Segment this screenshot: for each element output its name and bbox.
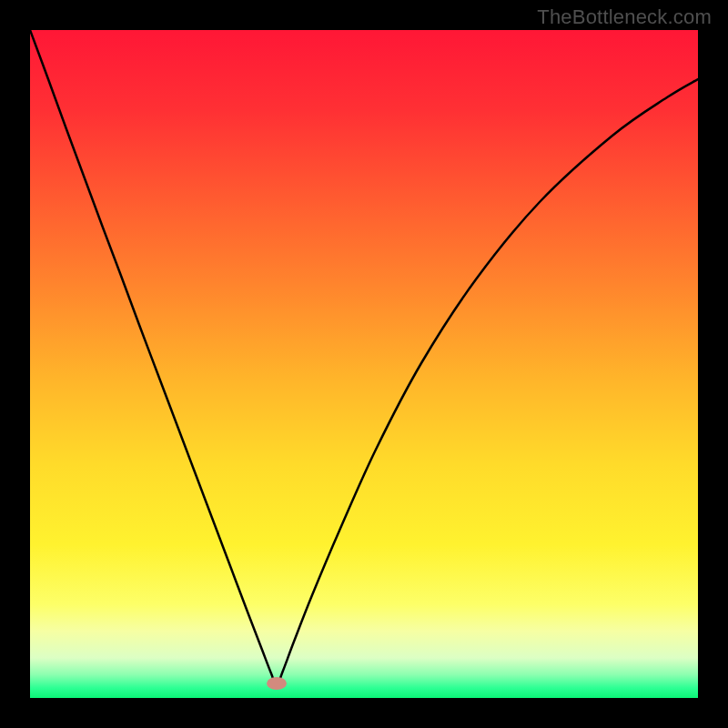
watermark-text: TheBottleneck.com (537, 5, 712, 29)
chart-frame: TheBottleneck.com (0, 0, 728, 728)
chart-curve (30, 30, 698, 698)
vertex-marker (267, 677, 287, 690)
plot-area (30, 30, 698, 698)
